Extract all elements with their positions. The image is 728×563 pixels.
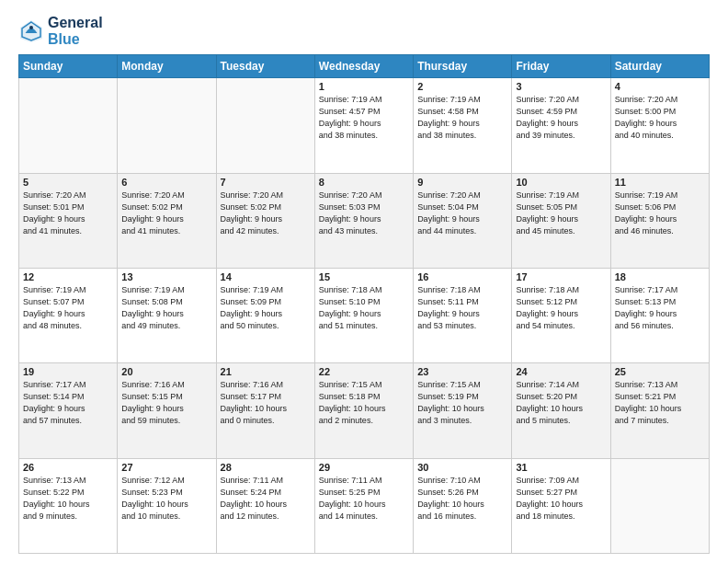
day-number: 16 [417,271,507,282]
day-number: 28 [221,462,311,473]
day-number: 25 [615,366,705,377]
week-row-1: 1Sunrise: 7:19 AM Sunset: 4:57 PM Daylig… [19,78,710,173]
day-info: Sunrise: 7:13 AM Sunset: 5:21 PM Dayligh… [615,379,705,427]
calendar-cell: 25Sunrise: 7:13 AM Sunset: 5:21 PM Dayli… [610,363,709,458]
calendar-cell: 13Sunrise: 7:19 AM Sunset: 5:08 PM Dayli… [118,268,216,362]
calendar-cell: 1Sunrise: 7:19 AM Sunset: 4:57 PM Daylig… [314,78,413,173]
calendar-body: 1Sunrise: 7:19 AM Sunset: 4:57 PM Daylig… [19,78,710,554]
day-info: Sunrise: 7:20 AM Sunset: 4:59 PM Dayligh… [516,94,606,142]
day-number: 18 [615,271,705,282]
calendar-cell: 26Sunrise: 7:13 AM Sunset: 5:22 PM Dayli… [19,458,118,553]
day-info: Sunrise: 7:17 AM Sunset: 5:13 PM Dayligh… [615,284,705,332]
day-header-friday: Friday [512,55,610,78]
day-info: Sunrise: 7:16 AM Sunset: 5:15 PM Dayligh… [121,379,211,427]
calendar-cell: 6Sunrise: 7:20 AM Sunset: 5:02 PM Daylig… [118,173,216,268]
svg-point-2 [29,26,33,29]
day-number: 24 [516,366,606,377]
calendar-cell: 31Sunrise: 7:09 AM Sunset: 5:27 PM Dayli… [512,458,610,553]
day-number: 4 [615,81,705,92]
day-info: Sunrise: 7:11 AM Sunset: 5:24 PM Dayligh… [221,475,311,523]
calendar-cell: 30Sunrise: 7:10 AM Sunset: 5:26 PM Dayli… [414,458,512,553]
header: General Blue [18,15,710,47]
day-header-saturday: Saturday [610,55,709,78]
day-number: 14 [221,271,311,282]
day-info: Sunrise: 7:18 AM Sunset: 5:11 PM Dayligh… [417,284,507,332]
day-number: 21 [221,366,311,377]
day-info: Sunrise: 7:18 AM Sunset: 5:10 PM Dayligh… [319,284,409,332]
day-number: 10 [516,177,606,188]
calendar-cell: 16Sunrise: 7:18 AM Sunset: 5:11 PM Dayli… [414,268,512,362]
calendar-cell: 15Sunrise: 7:18 AM Sunset: 5:10 PM Dayli… [314,268,413,362]
logo-blue: Blue [48,31,103,48]
day-info: Sunrise: 7:10 AM Sunset: 5:26 PM Dayligh… [417,475,507,523]
day-info: Sunrise: 7:12 AM Sunset: 5:23 PM Dayligh… [121,475,211,523]
day-info: Sunrise: 7:20 AM Sunset: 5:02 PM Dayligh… [221,190,311,237]
day-info: Sunrise: 7:15 AM Sunset: 5:19 PM Dayligh… [417,379,507,427]
day-number: 13 [121,271,211,282]
logo: General Blue [18,15,103,47]
day-number: 27 [121,462,211,473]
week-row-5: 26Sunrise: 7:13 AM Sunset: 5:22 PM Dayli… [19,458,710,553]
day-number: 19 [23,366,113,377]
day-header-sunday: Sunday [19,55,118,78]
day-info: Sunrise: 7:19 AM Sunset: 5:09 PM Dayligh… [221,284,311,332]
calendar-cell: 17Sunrise: 7:18 AM Sunset: 5:12 PM Dayli… [512,268,610,362]
day-number: 26 [23,462,113,473]
day-info: Sunrise: 7:11 AM Sunset: 5:25 PM Dayligh… [319,475,409,523]
day-number: 31 [516,462,606,473]
day-number: 5 [23,177,113,188]
calendar-cell: 23Sunrise: 7:15 AM Sunset: 5:19 PM Dayli… [414,363,512,458]
day-info: Sunrise: 7:17 AM Sunset: 5:14 PM Dayligh… [23,379,113,427]
day-info: Sunrise: 7:09 AM Sunset: 5:27 PM Dayligh… [516,475,606,523]
day-number: 6 [121,177,211,188]
calendar-cell: 20Sunrise: 7:16 AM Sunset: 5:15 PM Dayli… [118,363,216,458]
week-row-3: 12Sunrise: 7:19 AM Sunset: 5:07 PM Dayli… [19,268,710,362]
day-info: Sunrise: 7:20 AM Sunset: 5:02 PM Dayligh… [121,190,211,237]
day-info: Sunrise: 7:19 AM Sunset: 5:08 PM Dayligh… [121,284,211,332]
day-number: 29 [319,462,409,473]
calendar-cell [610,458,709,553]
day-number: 23 [417,366,507,377]
day-info: Sunrise: 7:19 AM Sunset: 5:05 PM Dayligh… [516,190,606,237]
day-info: Sunrise: 7:20 AM Sunset: 5:01 PM Dayligh… [23,190,113,237]
calendar-cell: 4Sunrise: 7:20 AM Sunset: 5:00 PM Daylig… [610,78,709,173]
day-number: 17 [516,271,606,282]
day-number: 9 [417,177,507,188]
calendar-cell: 10Sunrise: 7:19 AM Sunset: 5:05 PM Dayli… [512,173,610,268]
calendar-cell: 24Sunrise: 7:14 AM Sunset: 5:20 PM Dayli… [512,363,610,458]
day-info: Sunrise: 7:13 AM Sunset: 5:22 PM Dayligh… [23,475,113,523]
calendar-cell: 19Sunrise: 7:17 AM Sunset: 5:14 PM Dayli… [19,363,118,458]
week-row-4: 19Sunrise: 7:17 AM Sunset: 5:14 PM Dayli… [19,363,710,458]
day-info: Sunrise: 7:18 AM Sunset: 5:12 PM Dayligh… [516,284,606,332]
day-number: 22 [319,366,409,377]
calendar-header: SundayMondayTuesdayWednesdayThursdayFrid… [19,55,710,78]
day-header-monday: Monday [118,55,216,78]
day-number: 2 [417,81,507,92]
day-header-tuesday: Tuesday [216,55,314,78]
day-header-wednesday: Wednesday [314,55,413,78]
day-number: 1 [319,81,409,92]
calendar-cell: 28Sunrise: 7:11 AM Sunset: 5:24 PM Dayli… [216,458,314,553]
calendar-cell: 27Sunrise: 7:12 AM Sunset: 5:23 PM Dayli… [118,458,216,553]
calendar-cell: 8Sunrise: 7:20 AM Sunset: 5:03 PM Daylig… [314,173,413,268]
calendar-cell: 7Sunrise: 7:20 AM Sunset: 5:02 PM Daylig… [216,173,314,268]
calendar-cell: 11Sunrise: 7:19 AM Sunset: 5:06 PM Dayli… [610,173,709,268]
day-info: Sunrise: 7:20 AM Sunset: 5:00 PM Dayligh… [615,94,705,142]
calendar-cell [216,78,314,173]
day-info: Sunrise: 7:20 AM Sunset: 5:04 PM Dayligh… [417,190,507,237]
day-info: Sunrise: 7:16 AM Sunset: 5:17 PM Dayligh… [221,379,311,427]
calendar-cell: 3Sunrise: 7:20 AM Sunset: 4:59 PM Daylig… [512,78,610,173]
day-number: 3 [516,81,606,92]
calendar-cell: 29Sunrise: 7:11 AM Sunset: 5:25 PM Dayli… [314,458,413,553]
calendar-cell: 5Sunrise: 7:20 AM Sunset: 5:01 PM Daylig… [19,173,118,268]
day-info: Sunrise: 7:20 AM Sunset: 5:03 PM Dayligh… [319,190,409,237]
calendar-cell: 2Sunrise: 7:19 AM Sunset: 4:58 PM Daylig… [414,78,512,173]
calendar-cell: 21Sunrise: 7:16 AM Sunset: 5:17 PM Dayli… [216,363,314,458]
calendar-cell: 9Sunrise: 7:20 AM Sunset: 5:04 PM Daylig… [414,173,512,268]
day-info: Sunrise: 7:19 AM Sunset: 5:07 PM Dayligh… [23,284,113,332]
header-row: SundayMondayTuesdayWednesdayThursdayFrid… [19,55,710,78]
day-number: 20 [121,366,211,377]
day-number: 15 [319,271,409,282]
day-number: 12 [23,271,113,282]
calendar-cell: 22Sunrise: 7:15 AM Sunset: 5:18 PM Dayli… [314,363,413,458]
